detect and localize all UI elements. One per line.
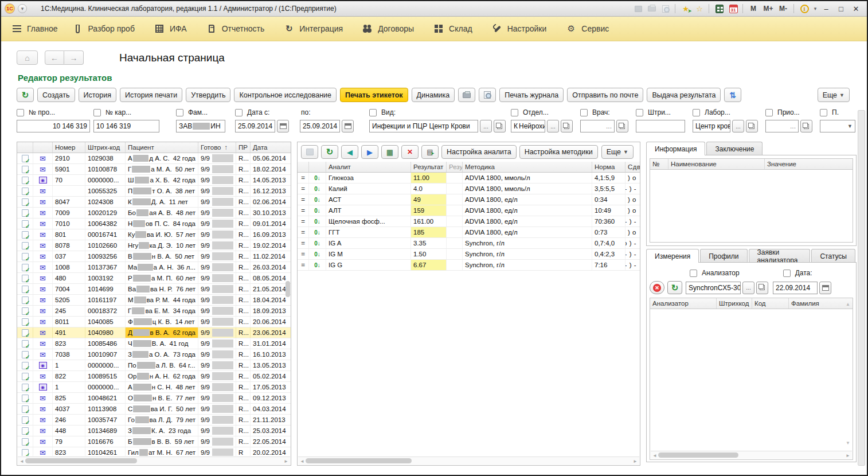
mail-column-header[interactable]: [33, 142, 53, 153]
date-checkbox[interactable]: [783, 270, 791, 277]
menu-item-servis[interactable]: ⚙Сервис: [566, 24, 609, 33]
analyzer-open-button[interactable]: [756, 282, 768, 294]
result-value[interactable]: 11.00: [411, 173, 447, 183]
order-row[interactable]: 70 0000000... Ша Х. Б.42 года 9/9 R... 1…: [17, 175, 291, 186]
filter-priority-checkbox[interactable]: [765, 109, 773, 116]
tab-zayavki-analizatora[interactable]: Заявки анализатора: [749, 249, 811, 263]
order-row[interactable]: 037 10093256 Вн В. А.50 лет 9/9 R... 11.…: [17, 251, 291, 262]
order-row[interactable]: 4037 10113908 Сва И. Г.50 лет 9/9 R... 0…: [17, 404, 291, 415]
order-row[interactable]: 825 10048621 Он В. Е.77 лет 9/9 R... 09.…: [17, 393, 291, 404]
previous-button[interactable]: ◀: [341, 145, 358, 159]
doctor-input[interactable]: ...: [580, 120, 615, 132]
measurements-horizontal-scrollbar[interactable]: ◄►: [651, 451, 852, 459]
result-value[interactable]: 3.35: [411, 238, 447, 248]
create-button[interactable]: Создать: [37, 88, 75, 102]
more-button[interactable]: Еще▼: [818, 88, 850, 102]
analyte-row[interactable]: = 0↓ АЛТ 159 ADVIA 1800, ед/л 10:49 - ( …: [298, 205, 640, 216]
add-favorite-icon[interactable]: ☆: [693, 3, 706, 14]
next-button[interactable]: ▶: [361, 145, 378, 159]
column-header-method[interactable]: Методика: [463, 162, 592, 172]
refresh-measurements-button[interactable]: ↻: [667, 281, 682, 294]
result-value[interactable]: 159: [411, 205, 447, 216]
minimize-button[interactable]: –: [819, 3, 834, 14]
result-value[interactable]: 6.67: [411, 260, 447, 270]
filter-lab-checkbox[interactable]: [693, 109, 700, 116]
date-from-calendar-button[interactable]: [277, 120, 289, 132]
order-row[interactable]: 491 1040980 Дв В. А.62 года 9/9 R... 23.…: [17, 327, 291, 338]
order-row[interactable]: 7010 10064382 Нов П. С.84 года 9/9 R... …: [17, 219, 291, 229]
filter-department-checkbox[interactable]: [511, 109, 518, 116]
filter-doctor-checkbox[interactable]: [580, 109, 588, 116]
analyte-row[interactable]: = 0↓ Глюкоза 11.00 ADVIA 1800, ммоль/л 4…: [298, 173, 640, 184]
tab-profili[interactable]: Профили: [700, 249, 747, 263]
filter-surname-checkbox[interactable]: [176, 109, 183, 116]
column-header-no[interactable]: №: [650, 159, 668, 169]
info-icon[interactable]: i: [798, 3, 811, 14]
maximize-button[interactable]: □: [834, 3, 849, 14]
orders-vertical-scrollbar[interactable]: [285, 154, 290, 456]
filter-date-from-checkbox[interactable]: [235, 109, 243, 116]
info-caret-icon[interactable]: ▾: [812, 3, 819, 14]
order-row[interactable]: 823 10104261 Гилат М. Н.67 лет 9/9 R 20.…: [17, 447, 291, 456]
method-setup-button[interactable]: Настройка методики: [519, 145, 598, 159]
table-view-button[interactable]: ▦: [381, 145, 398, 159]
delete-result-button[interactable]: ✕: [401, 145, 419, 159]
doctor-open-button[interactable]: [616, 120, 628, 132]
memory-minus-button[interactable]: M-: [776, 5, 791, 13]
analyte-row[interactable]: = 0↓ IG M 1.50 Synchron, г/л 0,4:2,3 - (…: [298, 249, 640, 260]
order-row[interactable]: 8011 1040085 Фц К. В.14 лет 9/9 R... 20.…: [17, 317, 291, 327]
date-to-input[interactable]: 25.09.2014: [300, 120, 340, 132]
orders-horizontal-scrollbar[interactable]: ◄►: [18, 457, 290, 465]
column-header-znachenie[interactable]: Значение: [765, 159, 853, 169]
p-dropdown[interactable]: ▼: [820, 120, 855, 132]
favorites-icon[interactable]: ★➤: [679, 3, 692, 14]
result-value[interactable]: 161.00: [411, 216, 447, 227]
dynamics-button[interactable]: Динамика: [412, 88, 455, 102]
analyte-row[interactable]: = 0↓ АСТ 49 ADVIA 1800, ед/л 0:34 - ( - …: [298, 194, 640, 205]
analyte-setup-button[interactable]: Настройка аналита: [441, 145, 517, 159]
column-header-pr[interactable]: ПР: [236, 142, 251, 153]
print-icon[interactable]: [646, 3, 658, 14]
column-header-result2[interactable]: Резу...: [447, 162, 463, 172]
measure-date-calendar-button[interactable]: [819, 282, 831, 294]
filter-num-card-checkbox[interactable]: [93, 109, 101, 116]
menu-item-ifa[interactable]: ИФА: [154, 24, 187, 33]
lab-choose-button[interactable]: ...: [732, 120, 744, 132]
order-row[interactable]: 245 00018372 Гва Е. М.34 года 9/9 R... 1…: [17, 306, 291, 317]
kind-input[interactable]: Инфекции и ПЦР Центр Крови: [369, 120, 478, 132]
tab-izmereniya[interactable]: Измерения: [646, 249, 699, 263]
num-order-input[interactable]: 10 146 319: [17, 120, 90, 132]
column-header-naimenovanie[interactable]: Наименование: [668, 159, 765, 169]
control-study-button[interactable]: Контрольное исследование: [234, 88, 337, 102]
priority-open-button[interactable]: [800, 120, 812, 132]
filter-num-order-checkbox[interactable]: [17, 109, 24, 116]
filter-p-checkbox[interactable]: [820, 109, 827, 116]
order-row[interactable]: 448 10134689 ЗК. А.23 года 9/9 R... 25.0…: [17, 426, 291, 436]
analyzer-checkbox[interactable]: [690, 270, 697, 277]
date-to-calendar-button[interactable]: [342, 120, 354, 132]
issue-result-button[interactable]: Выдача результата: [647, 88, 721, 102]
filter-barcode-checkbox[interactable]: [636, 109, 643, 116]
order-row[interactable]: 7004 1014699 Вава Н. Р.76 лет 9/9 R... 2…: [17, 284, 291, 295]
menu-item-otchetnost[interactable]: Отчетность: [206, 24, 265, 33]
analyzer-input[interactable]: SynchronCX5-307: [686, 282, 741, 294]
results-horizontal-scrollbar[interactable]: ◄►: [298, 457, 639, 465]
memory-button[interactable]: M: [746, 5, 761, 13]
approve-button[interactable]: Утвердить: [186, 88, 230, 102]
column-header-norm[interactable]: Норма: [592, 162, 625, 172]
column-header-number[interactable]: Номер: [53, 142, 85, 153]
analyte-row[interactable]: = 0↓ Щелочная фосф... 161.00 ADVIA 1800,…: [298, 216, 640, 227]
result-value[interactable]: 1.50: [411, 249, 447, 259]
column-header-barcode[interactable]: Штрих-код: [85, 142, 126, 153]
print-journal-button[interactable]: Печать журнала: [499, 88, 564, 102]
column-header-analyzer[interactable]: Анализатор: [650, 298, 717, 309]
back-button[interactable]: ←: [45, 50, 64, 65]
menu-sections-button[interactable]: Главное: [11, 24, 58, 33]
print-button[interactable]: [458, 88, 475, 102]
save-icon[interactable]: [632, 3, 644, 14]
print-preview-icon[interactable]: [659, 3, 672, 14]
column-header-familiya[interactable]: Фамилия: [789, 298, 853, 309]
analyte-row[interactable]: = 0↓ IG G 6.67 Synchron, г/л 7:16 о ( - …: [298, 260, 640, 271]
date-from-input[interactable]: 25.09.2014: [235, 120, 275, 132]
priority-input[interactable]: ...: [765, 120, 799, 132]
